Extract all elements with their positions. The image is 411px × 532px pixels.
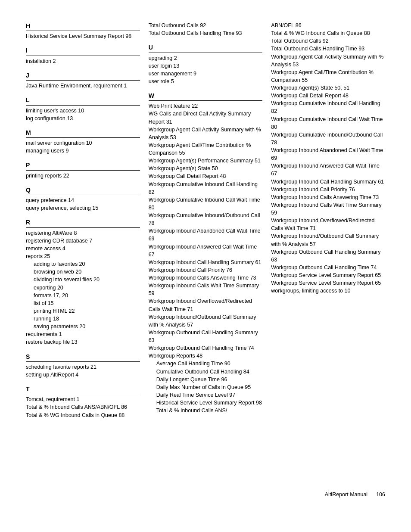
index-entry: Workgroup Cumulative Inbound Call Handli… [271, 100, 385, 115]
column-1: HHistorical Service Level Summary Report… [26, 22, 140, 483]
index-entry: restore backup file 13 [26, 338, 140, 346]
footer-manual: AltiReport Manual [325, 492, 367, 498]
index-entry: Daily Max Number of Calls in Queue 95 [149, 383, 263, 391]
section-letter: I [26, 46, 140, 56]
index-entry: printing HTML 22 [26, 307, 140, 315]
section-letter: L [26, 96, 140, 105]
index-entry: Total & % Inbound Calls ANS/ [149, 407, 263, 414]
section-content: registering AltiWare 8registering CDR da… [26, 229, 140, 346]
section-content: Tomcat, requirement 1Total & % Inbound C… [26, 395, 140, 419]
index-entry: Workgroup Outbound Call Handling Summary… [271, 248, 385, 264]
index-section: Mmail server configuration 10managing us… [26, 128, 140, 155]
index-entry: Total & % WG Inbound Calls in Queue 88 [26, 411, 140, 419]
index-entry: Workgroup Inbound Calls Wait Time Summar… [149, 282, 263, 297]
index-entry: setting up AltiReport 4 [26, 371, 140, 379]
index-entry: Tomcat, requirement 1 [26, 395, 140, 403]
section-letter: S [26, 352, 140, 362]
index-entry: Workgroup Agent Call/Time Contribution %… [271, 68, 385, 84]
footer-content: AltiReport Manual 106 [325, 492, 385, 498]
index-entry: dividing into several files 20 [26, 276, 140, 283]
index-entry: mail server configuration 10 [26, 139, 140, 147]
index-entry: Workgroup Agent(s) State 50, 51 [271, 84, 385, 92]
index-entry: Workgroup Inbound Call Priority 76 [271, 186, 385, 193]
index-entry: Workgroup Outbound Call Handling Time 74 [271, 264, 385, 271]
index-entry: Workgroup Inbound Overflowed/Redirected … [271, 217, 385, 232]
column-3: ABN/OFL 86Total & % WG Inbound Calls in … [271, 22, 385, 483]
index-entry: requirements 1 [26, 330, 140, 338]
column-2: Total Outbound Calls 92Total Outbound Ca… [149, 22, 263, 483]
page: HHistorical Service Level Summary Report… [0, 0, 411, 532]
index-entry: Cumulative Outbound Call Handling 84 [149, 368, 263, 376]
index-entry: Workgroup Outbound Call Handling Summary… [149, 329, 263, 344]
index-entry: log configuration 13 [26, 115, 140, 122]
index-entry: Workgroup Inbound Abandoned Call Wait Ti… [149, 227, 263, 243]
index-entry: Workgroup Inbound Call Handling Summary … [271, 178, 385, 186]
index-entry: Total Outbound Calls Handling Time 93 [271, 45, 385, 53]
index-entry: Historical Service Level Summary Report … [149, 399, 263, 407]
section-letter: J [26, 71, 140, 81]
index-entry: Workgroup Cumulative Inbound/Outbound Ca… [149, 212, 263, 227]
section-content: Historical Service Level Summary Report … [26, 32, 140, 40]
section-content: query preference 14query preference, sel… [26, 196, 140, 212]
section-content: installation 2 [26, 57, 140, 65]
index-entry: Workgroup Inbound Calls Answering Time 7… [271, 193, 385, 201]
section-letter: T [26, 385, 140, 394]
index-section: JJava Runtime Environment, requirement 1 [26, 71, 140, 90]
index-entry: WG Calls and Direct Call Activity Summar… [149, 110, 263, 125]
index-columns: HHistorical Service Level Summary Report… [26, 22, 385, 483]
index-section: Rregistering AltiWare 8registering CDR d… [26, 218, 140, 346]
index-entry: Workgroup Inbound/Outbound Call Summary … [149, 313, 263, 329]
index-section: Uupgrading 2user login 13user management… [149, 43, 263, 85]
index-entry: Workgroup Call Detail Report 48 [271, 92, 385, 100]
section-content: upgrading 2user login 13user management … [149, 54, 263, 86]
index-entry: managing users 9 [26, 147, 140, 155]
index-entry: Workgroup Inbound/Outbound Call Summary … [271, 232, 385, 248]
index-entry: Workgroup Service Level Summary Report 6… [271, 271, 385, 279]
index-entry: Workgroup Inbound Call Handling Summary … [149, 258, 263, 266]
index-entry: scheduling favorite reports 21 [26, 363, 140, 371]
index-entry: list of 15 [26, 299, 140, 307]
index-entry: Workgroup Inbound Answered Call Wait Tim… [271, 162, 385, 177]
index-entry: Daily Real Time Service Level 97 [149, 391, 263, 399]
index-entry: formats 17, 20 [26, 292, 140, 299]
index-entry: Workgroup Inbound Call Priority 76 [149, 266, 263, 274]
index-entry: Web Print feature 22 [149, 102, 263, 110]
index-entry: Workgroup Agent Call Activity Summary wi… [149, 126, 263, 141]
section-content: Web Print feature 22WG Calls and Direct … [149, 102, 263, 414]
index-entry: Workgroup Call Detail Report 48 [149, 172, 263, 180]
index-entry: Workgroup Inbound Calls Wait Time Summar… [271, 201, 385, 217]
section-content: printing reports 22 [26, 172, 140, 180]
index-entry: Workgroup Inbound Calls Answering Time 7… [149, 274, 263, 282]
index-entry: adding to favorites 20 [26, 260, 140, 268]
index-entry: Total & % WG Inbound Calls in Queue 88 [271, 29, 385, 37]
section-content: ABN/OFL 86Total & % WG Inbound Calls in … [271, 22, 385, 295]
index-entry: registering AltiWare 8 [26, 229, 140, 237]
index-entry: reports 25 [26, 252, 140, 260]
index-section: TTomcat, requirement 1Total & % Inbound … [26, 385, 140, 419]
index-entry: remote access 4 [26, 245, 140, 252]
index-entry: installation 2 [26, 57, 140, 65]
index-entry: Java Runtime Environment, requirement 1 [26, 82, 140, 90]
index-entry: Workgroup Cumulative Inbound/Outbound Ca… [271, 131, 385, 146]
index-section: HHistorical Service Level Summary Report… [26, 22, 140, 40]
index-entry: Workgroup Cumulative Inbound Call Wait T… [149, 196, 263, 212]
index-entry: printing reports 22 [26, 172, 140, 180]
index-entry: Workgroup Inbound Overflowed/Redirected … [149, 297, 263, 313]
index-entry: Workgroup Outbound Call Handling Time 74 [149, 344, 263, 352]
section-content: limiting user's access 10log configurati… [26, 107, 140, 122]
index-section: Iinstallation 2 [26, 46, 140, 65]
index-entry: upgrading 2 [149, 54, 263, 62]
index-entry: browsing on web 20 [26, 268, 140, 276]
section-letter: Q [26, 186, 140, 195]
index-entry: ABN/OFL 86 [271, 22, 385, 29]
section-letter: P [26, 161, 140, 170]
index-entry: registering CDR database 7 [26, 237, 140, 245]
page-footer: AltiReport Manual 106 [26, 483, 385, 498]
index-entry: Average Call Handling Time 90 [149, 360, 263, 367]
index-entry: Total Outbound Calls 92 [271, 37, 385, 45]
index-section: Pprinting reports 22 [26, 161, 140, 179]
index-entry: user login 13 [149, 62, 263, 70]
index-section: WWeb Print feature 22WG Calls and Direct… [149, 91, 263, 414]
index-entry: Workgroup Inbound Answered Call Wait Tim… [149, 243, 263, 258]
section-letter: U [149, 43, 263, 53]
